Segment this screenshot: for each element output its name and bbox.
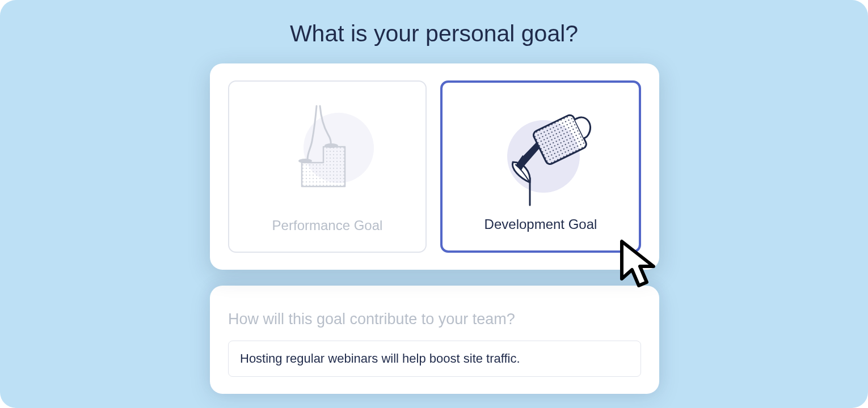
development-illustration	[443, 83, 639, 216]
option-row: Performance Goal	[228, 80, 641, 253]
contribution-input[interactable]	[228, 341, 641, 377]
contribution-question: How will this goal contribute to your te…	[228, 311, 641, 328]
app-canvas: What is your personal goal?	[0, 0, 868, 408]
option-performance-goal[interactable]: Performance Goal	[228, 80, 427, 253]
option-development-goal[interactable]: Development Goal	[440, 80, 641, 253]
option-label: Development Goal	[484, 216, 597, 232]
svg-point-2	[298, 159, 312, 163]
page-title: What is your personal goal?	[0, 0, 868, 47]
goal-type-card: Performance Goal	[210, 63, 659, 270]
svg-point-3	[325, 143, 338, 148]
performance-illustration	[229, 82, 425, 218]
contribution-card: How will this goal contribute to your te…	[210, 286, 659, 394]
option-label: Performance Goal	[272, 218, 383, 233]
stairs-icon	[268, 96, 387, 203]
watering-can-icon	[475, 93, 606, 206]
